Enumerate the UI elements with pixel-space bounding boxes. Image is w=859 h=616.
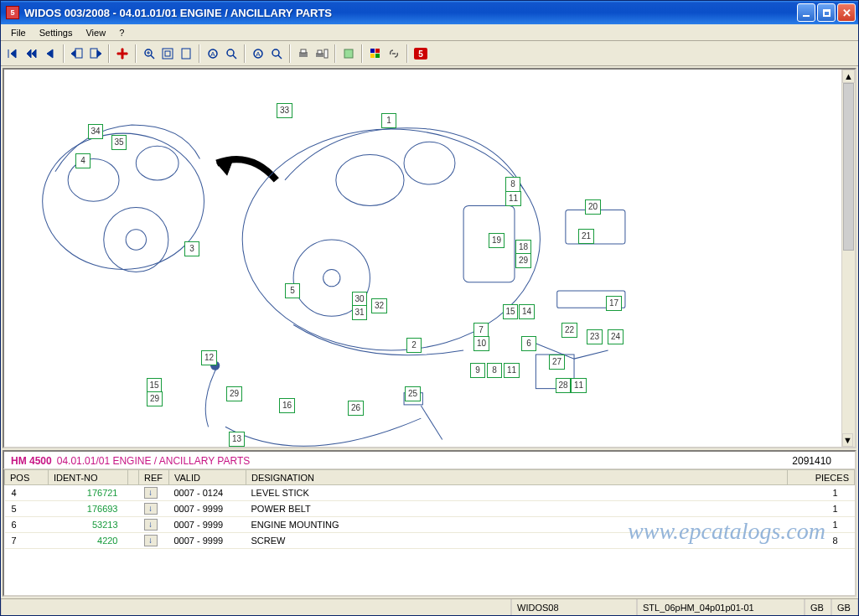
callout-21[interactable]: 21 <box>578 229 594 244</box>
svg-point-28 <box>136 146 179 180</box>
callout-35[interactable]: 35 <box>111 135 127 150</box>
menu-file[interactable]: File <box>4 26 33 39</box>
svg-rect-16 <box>324 49 328 58</box>
svg-rect-21 <box>375 54 380 58</box>
menubar: File Settings View ? <box>1 24 858 41</box>
col-pieces[interactable]: PIECES <box>788 470 855 485</box>
svg-point-8 <box>227 49 234 56</box>
b5-icon[interactable]: 5 <box>411 44 430 63</box>
note-icon[interactable] <box>339 44 358 63</box>
callout-23[interactable]: 23 <box>587 329 603 344</box>
callout-5[interactable]: 5 <box>285 283 300 298</box>
callout-29[interactable]: 29 <box>147 391 163 406</box>
search-ring2-icon[interactable] <box>267 44 286 63</box>
diagram-pane[interactable]: 3313435438112019182921530313217151422232… <box>3 68 856 448</box>
callout-29[interactable]: 29 <box>515 253 531 268</box>
callout-9[interactable]: 9 <box>470 363 485 378</box>
ring-b-icon[interactable]: A <box>249 44 267 63</box>
col-pos[interactable]: POS <box>5 470 49 485</box>
callout-33[interactable]: 33 <box>277 103 292 118</box>
callout-20[interactable]: 20 <box>585 199 601 215</box>
cell-ref[interactable]: ↓ <box>139 533 169 549</box>
callout-11[interactable]: 11 <box>505 191 521 206</box>
ref-down-icon[interactable]: ↓ <box>144 535 158 546</box>
link-icon[interactable] <box>385 44 403 63</box>
col-ref[interactable]: REF <box>139 470 169 485</box>
ref-down-icon[interactable]: ↓ <box>144 519 158 531</box>
flag-icon[interactable] <box>366 44 385 63</box>
maximize-button[interactable] <box>817 3 836 22</box>
minimize-button[interactable] <box>797 3 815 22</box>
separator <box>334 44 336 63</box>
print-all-icon[interactable] <box>313 44 331 63</box>
callout-4[interactable]: 4 <box>75 153 91 168</box>
callout-8[interactable]: 8 <box>487 363 502 378</box>
print-icon[interactable] <box>294 44 313 63</box>
menu-view[interactable]: View <box>79 26 112 39</box>
callout-16[interactable]: 16 <box>279 398 295 413</box>
callout-14[interactable]: 14 <box>519 304 535 319</box>
callout-28[interactable]: 28 <box>556 378 571 393</box>
prev-fast-icon[interactable] <box>23 44 41 63</box>
callout-19[interactable]: 19 <box>489 233 505 248</box>
ref-down-icon[interactable]: ↓ <box>144 503 158 515</box>
callout-3[interactable]: 3 <box>184 241 199 256</box>
prev-icon[interactable] <box>41 44 60 63</box>
cell-pos: 5 <box>5 501 49 517</box>
first-icon[interactable] <box>4 44 23 63</box>
red-cross-icon[interactable] <box>113 44 132 63</box>
callout-17[interactable]: 17 <box>606 296 622 311</box>
separator <box>244 44 246 63</box>
svg-rect-35 <box>566 210 625 244</box>
callout-12[interactable]: 12 <box>201 350 217 365</box>
callout-13[interactable]: 13 <box>229 432 245 447</box>
callout-6[interactable]: 6 <box>521 336 536 351</box>
search-ring-icon[interactable] <box>222 44 241 63</box>
cell-ref[interactable]: ↓ <box>139 485 169 501</box>
scroll-up-icon[interactable]: ▲ <box>842 70 855 83</box>
col-blank[interactable] <box>128 470 139 485</box>
zoom-icon[interactable] <box>140 44 158 63</box>
callout-1[interactable]: 1 <box>381 113 396 128</box>
cell-ref[interactable]: ↓ <box>139 501 169 517</box>
callout-27[interactable]: 27 <box>549 355 565 370</box>
table-row[interactable]: 5176693↓0007 - 9999POWER BELT1 <box>5 501 855 517</box>
callout-2[interactable]: 2 <box>406 338 422 353</box>
parts-panel: HM 4500 04.01.01/01 ENGINE / ANCILLARY P… <box>3 450 856 597</box>
callout-25[interactable]: 25 <box>405 386 421 401</box>
cell-blank <box>128 533 139 549</box>
callout-10[interactable]: 10 <box>473 336 489 351</box>
callout-32[interactable]: 32 <box>371 298 387 313</box>
col-designation[interactable]: DESIGNATION <box>246 470 788 485</box>
callout-11[interactable]: 11 <box>504 363 520 378</box>
cell-designation: POWER BELT <box>246 501 788 517</box>
close-button[interactable]: ✕ <box>837 3 856 22</box>
table-row[interactable]: 4176721↓0007 - 0124LEVEL STICK1 <box>5 485 855 501</box>
callout-8[interactable]: 8 <box>505 177 520 192</box>
scroll-down-icon[interactable]: ▼ <box>842 433 853 447</box>
table-row[interactable]: 653213↓0007 - 9999ENGINE MOUNTING1 <box>5 517 855 533</box>
menu-help[interactable]: ? <box>112 26 131 39</box>
callout-26[interactable]: 26 <box>348 401 364 416</box>
fit-icon[interactable] <box>158 44 177 63</box>
ref-down-icon[interactable]: ↓ <box>144 487 158 499</box>
col-valid[interactable]: VALID <box>169 470 246 485</box>
callout-24[interactable]: 24 <box>608 329 624 344</box>
ring-a-icon[interactable]: A <box>204 44 222 63</box>
callout-15[interactable]: 15 <box>503 304 518 319</box>
table-row[interactable]: 74220↓0007 - 9999SCREW8 <box>5 533 855 549</box>
callout-29[interactable]: 29 <box>226 386 242 401</box>
parts-table[interactable]: POS IDENT-NO REF VALID DESIGNATION PIECE… <box>3 468 856 597</box>
scroll-thumb[interactable] <box>843 83 854 251</box>
page-icon[interactable] <box>177 44 195 63</box>
col-ident[interactable]: IDENT-NO <box>49 470 128 485</box>
callout-11[interactable]: 11 <box>571 378 587 393</box>
callout-31[interactable]: 31 <box>352 305 367 320</box>
doc-back-icon[interactable] <box>68 44 86 63</box>
vertical-scrollbar[interactable]: ▲ ▼ <box>841 70 855 447</box>
cell-ref[interactable]: ↓ <box>139 517 169 533</box>
callout-34[interactable]: 34 <box>88 124 103 139</box>
doc-fwd-icon[interactable] <box>86 44 105 63</box>
menu-settings[interactable]: Settings <box>33 26 80 39</box>
callout-22[interactable]: 22 <box>561 323 577 338</box>
